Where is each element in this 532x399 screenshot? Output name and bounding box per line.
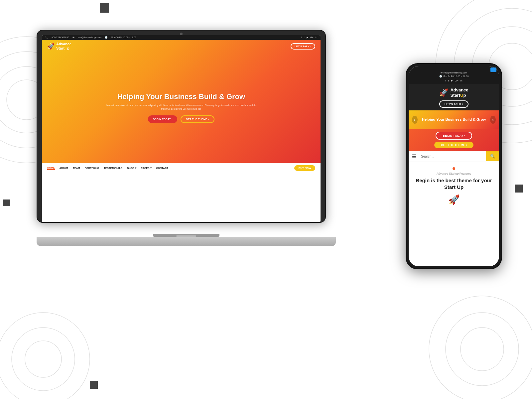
topbar-social: f t ▶ G+ in <box>301 36 317 39</box>
phone-linkedin-icon[interactable]: in <box>461 79 463 82</box>
laptop-hero-title: Helping Your Business Build & Grow <box>117 92 245 101</box>
svg-point-13 <box>0 313 90 399</box>
phone-email: info@themeshopy.com <box>443 71 467 74</box>
phone-clock-icon: 🕙 <box>439 75 442 77</box>
phone-logo-section: 🚀 AdvanceStartUp LET'S TALK › <box>409 84 499 110</box>
email-icon: ✉ <box>72 36 74 39</box>
laptop-site-header: 🚀 AdvanceStartUp LET'S TALK › <box>42 40 321 53</box>
svg-rect-16 <box>515 185 523 193</box>
phone-rocket-logo-icon: 🚀 <box>439 88 448 97</box>
features-rocket-icon: 🚀 <box>413 194 495 205</box>
laptop-site-topbar: 📞 +00 1234567890 ✉ info@themeshopy.com 🕙… <box>42 35 321 40</box>
features-label: Advance Startup Features <box>413 172 495 175</box>
phone-hero-buttons: BEGIN TODAY › GET THE THEME › <box>409 129 499 151</box>
laptop-hero-content: Helping Your Business Build & Grow Lorem… <box>42 53 321 163</box>
laptop-buy-now-button[interactable]: BUY NOW <box>294 165 315 171</box>
phone-get-theme-button[interactable]: GET THE THEME › <box>434 142 474 148</box>
svg-point-8 <box>461 328 504 371</box>
phone-email-row: ✉ info@themeshopy.com <box>412 71 496 74</box>
laptop-mockup: 📞 +00 1234567890 ✉ info@themeshopy.com 🕙… <box>37 30 336 246</box>
laptop-hero-subtitle: Lorem ipsum dolor sit amet, consectetur … <box>101 104 261 111</box>
phone-facebook-icon[interactable]: f <box>445 79 446 82</box>
youtube-icon[interactable]: ▶ <box>307 36 308 39</box>
laptop-screen: 📞 +00 1234567890 ✉ info@themeshopy.com 🕙… <box>42 35 321 222</box>
phone-notch <box>442 64 466 71</box>
phone-features-section: Advance Startup Features Begin is the be… <box>409 162 499 210</box>
hamburger-icon[interactable]: ☰ <box>409 151 420 162</box>
laptop-camera <box>180 33 183 35</box>
nav-blog[interactable]: BLOG ▾ <box>127 167 136 170</box>
phone-youtube-icon[interactable]: ▶ <box>451 79 453 82</box>
laptop-base <box>37 237 336 246</box>
topbar-left: 📞 +00 1234567890 ✉ info@themeshopy.com 🕙… <box>45 36 136 39</box>
facebook-icon[interactable]: f <box>301 36 302 39</box>
laptop-hero-buttons: BEGIN TODAY › GET THE THEME › <box>148 115 214 123</box>
phone-hero-title: Helping Your Business Build & Grow <box>418 117 490 122</box>
googleplus-icon[interactable]: G+ <box>310 36 314 39</box>
phone-hero: ‹ Helping Your Business Build & Grow › <box>409 110 499 129</box>
nav-portfolio[interactable]: PORTFOLIO <box>84 167 99 170</box>
nav-home[interactable]: HOME <box>47 166 55 170</box>
laptop-get-theme-button[interactable]: GET THE THEME › <box>181 115 214 123</box>
nav-contact[interactable]: CONTACT <box>156 167 168 170</box>
svg-point-10 <box>429 296 532 399</box>
laptop-hero-section: 🚀 AdvanceStartUp LET'S TALK › Helping Yo… <box>42 40 321 163</box>
laptop-body: 📞 +00 1234567890 ✉ info@themeshopy.com 🕙… <box>37 30 326 223</box>
phone-logo-text: AdvanceStartUp <box>450 87 468 98</box>
phone-body: ✉ info@themeshopy.com 🕙 Mon To Fri 10:00… <box>406 63 502 269</box>
phone-hours: Mon To Fri 10:00 – 18:00 <box>443 75 469 77</box>
phone-search-bar: ☰ 🔍 <box>409 151 499 162</box>
svg-point-12 <box>12 328 75 391</box>
svg-rect-17 <box>90 381 98 389</box>
phone-logo: 🚀 AdvanceStartUp <box>439 87 468 98</box>
laptop-talk-button[interactable]: LET'S TALK › <box>291 43 315 50</box>
phone-indicator <box>490 67 496 72</box>
laptop-begin-button[interactable]: BEGIN TODAY › <box>148 115 177 123</box>
laptop-navigation: HOME ABOUT TEAM PORTFOLIO TESTIMONIALS B… <box>42 163 321 173</box>
phone-prev-button[interactable]: ‹ <box>412 116 418 124</box>
phone-search-button[interactable]: 🔍 <box>486 151 499 161</box>
rocket-logo-icon: 🚀 <box>47 43 55 50</box>
svg-point-9 <box>446 313 519 386</box>
clock-icon: 🕙 <box>105 36 108 39</box>
phone-twitter-icon[interactable]: t <box>448 79 449 82</box>
nav-team[interactable]: TEAM <box>73 167 80 170</box>
nav-testimonials[interactable]: TESTIMONIALS <box>104 167 122 170</box>
phone-next-button[interactable]: › <box>490 116 496 124</box>
features-title: Begin is the best theme for your Start U… <box>413 177 495 190</box>
phone-search-input[interactable] <box>420 152 486 161</box>
hours-text: Mon To Fri 10:00 - 18:00 <box>111 36 136 39</box>
phone-begin-button[interactable]: BEGIN TODAY › <box>436 132 472 140</box>
laptop-logo: 🚀 AdvanceStartUp <box>47 42 71 51</box>
email-address: info@themeshopy.com <box>78 36 101 39</box>
features-dot <box>453 167 455 170</box>
phone-icon: 📞 <box>45 36 48 39</box>
twitter-icon[interactable]: t <box>304 36 305 39</box>
nav-about[interactable]: ABOUT <box>60 167 68 170</box>
phone-gplus-icon[interactable]: G+ <box>455 79 459 82</box>
phone-social-icons: f t ▶ G+ in <box>412 79 496 82</box>
svg-rect-14 <box>100 3 109 13</box>
phone-number: +00 1234567890 <box>52 36 69 39</box>
phone-hours-row: 🕙 Mon To Fri 10:00 – 18:00 <box>412 75 496 78</box>
nav-pages[interactable]: PAGES ▾ <box>141 167 152 170</box>
laptop-hinge <box>153 234 219 237</box>
svg-rect-15 <box>3 200 10 206</box>
laptop-logo-text: AdvanceStartUp <box>56 42 71 51</box>
phone-screen: ✉ info@themeshopy.com 🕙 Mon To Fri 10:00… <box>409 66 499 266</box>
svg-point-11 <box>25 341 62 377</box>
phone-talk-button[interactable]: LET'S TALK › <box>439 100 468 108</box>
phone-email-icon: ✉ <box>441 71 443 74</box>
linkedin-icon[interactable]: in <box>316 36 317 39</box>
phone-mockup: ✉ info@themeshopy.com 🕙 Mon To Fri 10:00… <box>406 63 502 269</box>
